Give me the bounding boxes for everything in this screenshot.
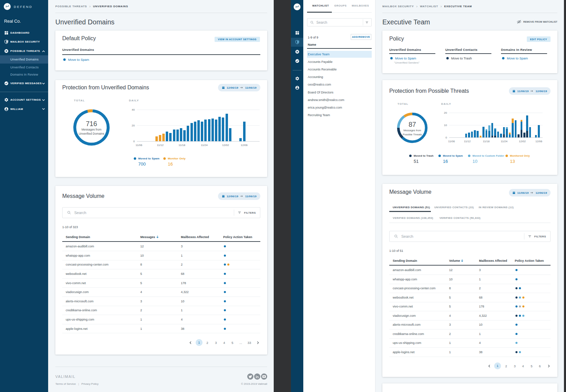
table-row[interactable]: creditkarna-online.com21 <box>62 306 260 315</box>
table-row[interactable]: vivo-comm.net5178 <box>62 279 260 288</box>
column-header-policy-action-taken[interactable]: Policy Action Taken <box>515 259 544 262</box>
breadcrumb-watchlist[interactable]: WATCHLIST <box>420 5 438 8</box>
date-range-pill[interactable]: 11/06/19 12/06/19 <box>509 189 551 197</box>
page-button-6[interactable]: 6 <box>539 364 541 368</box>
table-row[interactable]: ups-us-shipping.com14 <box>389 339 551 348</box>
rail-item-shield[interactable] <box>291 38 303 47</box>
table-row[interactable]: amazon-audibill.com123 <box>62 242 260 251</box>
watchlist-item[interactable]: Accounting <box>307 74 372 80</box>
table-row[interactable]: alerts-microsoft.com310 <box>389 321 551 330</box>
edit-policy-button[interactable]: EDIT POLICY <box>527 36 551 42</box>
search-input[interactable]: Search <box>74 211 234 215</box>
rail-item-check[interactable] <box>291 56 303 65</box>
terms-link[interactable]: Terms of Service <box>55 382 76 385</box>
tab-in-review-domains-12-[interactable]: IN REVIEW DOMAINS (12) <box>479 206 514 209</box>
search-input[interactable]: Search <box>316 21 363 24</box>
column-header-policy-action-taken[interactable]: Policy Action Taken <box>223 235 252 239</box>
table-row[interactable]: whatspp-app.com101 <box>62 251 260 260</box>
rail-item-dashboard[interactable] <box>291 28 303 37</box>
panel-tab-mailboxes[interactable]: MAILBOXES <box>352 4 369 7</box>
sidebar-item-unverified-contacts[interactable]: Unverified Contacts <box>0 64 48 71</box>
rail-item-gear[interactable] <box>291 74 303 83</box>
table-row[interactable]: creditkarna-online.com21 <box>389 329 551 339</box>
search-input[interactable]: Search <box>401 234 524 238</box>
view-in-account-settings-button[interactable]: VIEW IN ACCOUNT SETTINGS <box>215 37 260 42</box>
next-page-button[interactable] <box>257 339 259 346</box>
sidebar-item-william[interactable]: WILLIAM <box>0 105 48 113</box>
watchlist-item[interactable]: erica.young@realco.com <box>307 104 372 111</box>
sidebar-item-mailbox-security[interactable]: MAILBOX SECURITY <box>0 38 48 46</box>
tab-verified-contacts-50-333-[interactable]: VERIFIED CONTACTS (50,333) <box>439 216 481 220</box>
watchlist-item[interactable]: andrew.smith@realco.com <box>307 97 372 103</box>
page-button-3[interactable]: 3 <box>514 364 515 368</box>
table-row[interactable]: vivo-comm.net5178 <box>389 302 551 312</box>
tab-unverified-domains-51-[interactable]: UNVERIFIED DOMAINS (51) <box>393 206 430 209</box>
watchlist-item[interactable]: Accounts Receivable <box>307 66 372 73</box>
page-button-1[interactable]: 1 <box>494 362 501 369</box>
table-row[interactable]: concast-processing-center.com82 <box>389 284 551 293</box>
page-button-2[interactable]: 2 <box>206 341 208 345</box>
column-header-volume[interactable]: Volume <box>449 259 464 262</box>
breadcrumb-mailbox-security[interactable]: MAILBOX SECURITY <box>382 5 414 8</box>
rail-item-threat[interactable] <box>291 47 303 56</box>
page-button-2[interactable]: 2 <box>505 364 507 368</box>
page-button-5[interactable]: 5 <box>231 341 233 345</box>
date-range-pill[interactable]: 11/06/19 12/06/19 <box>509 87 551 95</box>
page-button-3[interactable]: 3 <box>215 341 217 345</box>
date-range-pill[interactable]: 12/06/19 11/06/19 <box>218 84 260 91</box>
panel-tab-groups[interactable]: GROUPS <box>334 4 347 7</box>
table-row[interactable]: viadocusign.com44,322 <box>389 311 551 321</box>
breadcrumb-possible-threats[interactable]: POSSIBLE THREATS <box>55 5 87 8</box>
linkedin-icon[interactable] <box>254 373 260 380</box>
table-row[interactable]: ups-us-shipping.com14 <box>62 315 260 324</box>
column-header-sending-domain[interactable]: Sending Domain <box>393 259 417 262</box>
remove-from-watchlist-button[interactable]: REMOVE FROM WATCHLIST <box>517 20 557 24</box>
table-row[interactable]: viadocusign.com44,322 <box>62 288 260 297</box>
add-remove-button[interactable]: ADD/REMOVE <box>351 34 371 40</box>
page-button-4[interactable]: 4 <box>522 364 524 368</box>
sidebar-item-possible-threats[interactable]: POSSIBLE THREATS <box>0 47 48 55</box>
page-button-...[interactable]: ... <box>239 341 242 345</box>
table-row[interactable]: alerts-microsoft.com310 <box>62 297 260 306</box>
valimail-logo-icon[interactable] <box>294 3 301 10</box>
table-row[interactable]: weboutlook.net568 <box>389 293 551 302</box>
rail-item-person[interactable] <box>291 83 303 92</box>
table-row[interactable]: amazon-audibill.com123 <box>389 266 551 275</box>
table-row[interactable]: apple-logins.net138 <box>389 348 551 357</box>
page-button-4[interactable]: 4 <box>223 341 225 345</box>
column-header-mailboxes-affected[interactable]: Mailboxes Affected <box>181 235 209 239</box>
previous-page-button[interactable] <box>189 339 192 346</box>
filters-button[interactable]: FILTERS <box>244 211 256 214</box>
page-button-5[interactable]: 5 <box>531 364 532 368</box>
date-range-pill[interactable]: 12/06/19 11/06/19 <box>218 192 260 200</box>
column-header-mailboxes-affected[interactable]: Mailboxes Affected <box>479 259 507 262</box>
page-button-1[interactable]: 1 <box>196 339 203 346</box>
sidebar-item-domains-in-review[interactable]: Domains In Review <box>0 71 48 78</box>
column-header-messages[interactable]: Messages <box>140 235 159 239</box>
watchlist-item[interactable]: Executive Team <box>307 51 372 58</box>
youtube-icon[interactable] <box>261 373 267 380</box>
sidebar-item-verified-messages[interactable]: VERIFIED MESSAGES <box>0 80 48 87</box>
table-row[interactable]: weboutlook.net568 <box>62 269 260 279</box>
sidebar-item-account-settings[interactable]: ACCOUNT SETTINGS <box>0 96 48 104</box>
table-row[interactable]: concast-processing-center.com82 <box>62 260 260 270</box>
privacy-link[interactable]: Privacy Policy <box>81 382 99 385</box>
defend-logo[interactable]: DEFEND <box>4 3 33 10</box>
watchlist-item[interactable]: Accounts Payable <box>307 58 372 65</box>
watchlist-item[interactable]: ceo@realco.com <box>307 81 372 88</box>
filters-button[interactable]: FILTERS <box>534 235 546 238</box>
column-header-sending-domain[interactable]: Sending Domain <box>66 235 90 239</box>
page-button-33[interactable]: 33 <box>248 341 251 345</box>
twitter-icon[interactable] <box>247 373 253 380</box>
sidebar-item-unverified-domains[interactable]: Unverified Domains <box>0 55 48 64</box>
watchlist-item[interactable]: Recruiting Team <box>307 112 372 119</box>
next-page-button[interactable] <box>548 363 550 369</box>
table-row[interactable]: apple-logins.net138 <box>62 324 260 334</box>
panel-tab-watchlist[interactable]: WATCHLIST <box>312 4 329 7</box>
watchlist-item[interactable]: Board Of Directors <box>307 89 372 96</box>
table-row[interactable]: whatspp-app.com101 <box>389 275 551 284</box>
previous-page-button[interactable] <box>488 363 491 369</box>
sidebar-item-dashboard[interactable]: DASHBOARD <box>0 29 48 36</box>
tab-unverified-contacts-23-[interactable]: UNVERIFIED CONTACTS (23) <box>434 206 474 209</box>
tab-verified-domains-108-453-[interactable]: VERIFIED DOMAINS (108,453) <box>393 216 433 220</box>
